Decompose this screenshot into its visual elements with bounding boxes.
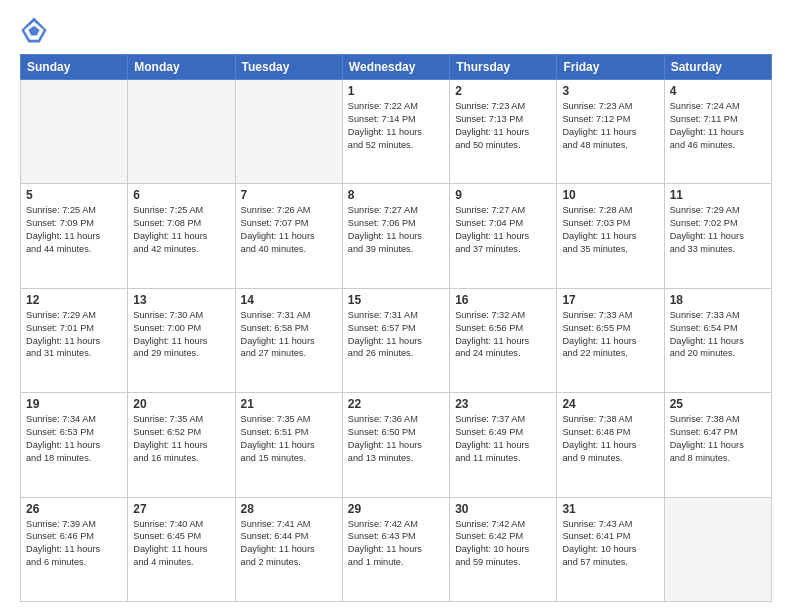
weekday-header-wednesday: Wednesday xyxy=(342,55,449,80)
day-info: Sunrise: 7:25 AM Sunset: 7:09 PM Dayligh… xyxy=(26,204,122,256)
calendar-week-1: 1Sunrise: 7:22 AM Sunset: 7:14 PM Daylig… xyxy=(21,80,772,184)
day-number: 4 xyxy=(670,84,766,98)
day-info: Sunrise: 7:26 AM Sunset: 7:07 PM Dayligh… xyxy=(241,204,337,256)
calendar-cell: 18Sunrise: 7:33 AM Sunset: 6:54 PM Dayli… xyxy=(664,288,771,392)
calendar-cell: 3Sunrise: 7:23 AM Sunset: 7:12 PM Daylig… xyxy=(557,80,664,184)
day-number: 25 xyxy=(670,397,766,411)
page: SundayMondayTuesdayWednesdayThursdayFrid… xyxy=(0,0,792,612)
calendar-cell: 4Sunrise: 7:24 AM Sunset: 7:11 PM Daylig… xyxy=(664,80,771,184)
calendar-cell: 24Sunrise: 7:38 AM Sunset: 6:48 PM Dayli… xyxy=(557,393,664,497)
day-number: 14 xyxy=(241,293,337,307)
day-number: 26 xyxy=(26,502,122,516)
calendar-cell xyxy=(21,80,128,184)
day-info: Sunrise: 7:25 AM Sunset: 7:08 PM Dayligh… xyxy=(133,204,229,256)
day-number: 9 xyxy=(455,188,551,202)
day-number: 16 xyxy=(455,293,551,307)
day-number: 3 xyxy=(562,84,658,98)
day-number: 27 xyxy=(133,502,229,516)
day-info: Sunrise: 7:31 AM Sunset: 6:58 PM Dayligh… xyxy=(241,309,337,361)
calendar-cell: 12Sunrise: 7:29 AM Sunset: 7:01 PM Dayli… xyxy=(21,288,128,392)
day-info: Sunrise: 7:28 AM Sunset: 7:03 PM Dayligh… xyxy=(562,204,658,256)
day-number: 17 xyxy=(562,293,658,307)
day-info: Sunrise: 7:35 AM Sunset: 6:51 PM Dayligh… xyxy=(241,413,337,465)
logo-icon xyxy=(20,16,48,44)
day-number: 20 xyxy=(133,397,229,411)
calendar-cell: 20Sunrise: 7:35 AM Sunset: 6:52 PM Dayli… xyxy=(128,393,235,497)
day-number: 19 xyxy=(26,397,122,411)
day-info: Sunrise: 7:41 AM Sunset: 6:44 PM Dayligh… xyxy=(241,518,337,570)
calendar-cell: 1Sunrise: 7:22 AM Sunset: 7:14 PM Daylig… xyxy=(342,80,449,184)
day-number: 11 xyxy=(670,188,766,202)
day-info: Sunrise: 7:39 AM Sunset: 6:46 PM Dayligh… xyxy=(26,518,122,570)
calendar-cell: 6Sunrise: 7:25 AM Sunset: 7:08 PM Daylig… xyxy=(128,184,235,288)
day-number: 23 xyxy=(455,397,551,411)
day-number: 21 xyxy=(241,397,337,411)
day-number: 29 xyxy=(348,502,444,516)
calendar-week-3: 12Sunrise: 7:29 AM Sunset: 7:01 PM Dayli… xyxy=(21,288,772,392)
weekday-header-tuesday: Tuesday xyxy=(235,55,342,80)
weekday-header-monday: Monday xyxy=(128,55,235,80)
calendar-table: SundayMondayTuesdayWednesdayThursdayFrid… xyxy=(20,54,772,602)
calendar-cell: 19Sunrise: 7:34 AM Sunset: 6:53 PM Dayli… xyxy=(21,393,128,497)
day-info: Sunrise: 7:34 AM Sunset: 6:53 PM Dayligh… xyxy=(26,413,122,465)
day-number: 2 xyxy=(455,84,551,98)
day-number: 22 xyxy=(348,397,444,411)
calendar-cell: 5Sunrise: 7:25 AM Sunset: 7:09 PM Daylig… xyxy=(21,184,128,288)
day-number: 30 xyxy=(455,502,551,516)
calendar-cell: 7Sunrise: 7:26 AM Sunset: 7:07 PM Daylig… xyxy=(235,184,342,288)
day-info: Sunrise: 7:24 AM Sunset: 7:11 PM Dayligh… xyxy=(670,100,766,152)
day-info: Sunrise: 7:32 AM Sunset: 6:56 PM Dayligh… xyxy=(455,309,551,361)
calendar-cell: 11Sunrise: 7:29 AM Sunset: 7:02 PM Dayli… xyxy=(664,184,771,288)
calendar-cell: 9Sunrise: 7:27 AM Sunset: 7:04 PM Daylig… xyxy=(450,184,557,288)
day-info: Sunrise: 7:35 AM Sunset: 6:52 PM Dayligh… xyxy=(133,413,229,465)
calendar-cell: 30Sunrise: 7:42 AM Sunset: 6:42 PM Dayli… xyxy=(450,497,557,601)
weekday-header-row: SundayMondayTuesdayWednesdayThursdayFrid… xyxy=(21,55,772,80)
day-info: Sunrise: 7:30 AM Sunset: 7:00 PM Dayligh… xyxy=(133,309,229,361)
calendar-cell xyxy=(664,497,771,601)
calendar-cell: 17Sunrise: 7:33 AM Sunset: 6:55 PM Dayli… xyxy=(557,288,664,392)
day-info: Sunrise: 7:38 AM Sunset: 6:47 PM Dayligh… xyxy=(670,413,766,465)
day-number: 28 xyxy=(241,502,337,516)
day-number: 7 xyxy=(241,188,337,202)
calendar-cell: 23Sunrise: 7:37 AM Sunset: 6:49 PM Dayli… xyxy=(450,393,557,497)
day-number: 1 xyxy=(348,84,444,98)
day-number: 13 xyxy=(133,293,229,307)
calendar-cell: 15Sunrise: 7:31 AM Sunset: 6:57 PM Dayli… xyxy=(342,288,449,392)
day-number: 12 xyxy=(26,293,122,307)
weekday-header-friday: Friday xyxy=(557,55,664,80)
day-info: Sunrise: 7:38 AM Sunset: 6:48 PM Dayligh… xyxy=(562,413,658,465)
calendar-cell: 29Sunrise: 7:42 AM Sunset: 6:43 PM Dayli… xyxy=(342,497,449,601)
calendar-cell: 31Sunrise: 7:43 AM Sunset: 6:41 PM Dayli… xyxy=(557,497,664,601)
day-number: 31 xyxy=(562,502,658,516)
day-number: 8 xyxy=(348,188,444,202)
day-info: Sunrise: 7:23 AM Sunset: 7:12 PM Dayligh… xyxy=(562,100,658,152)
calendar-cell: 26Sunrise: 7:39 AM Sunset: 6:46 PM Dayli… xyxy=(21,497,128,601)
day-info: Sunrise: 7:36 AM Sunset: 6:50 PM Dayligh… xyxy=(348,413,444,465)
day-info: Sunrise: 7:23 AM Sunset: 7:13 PM Dayligh… xyxy=(455,100,551,152)
calendar-cell: 2Sunrise: 7:23 AM Sunset: 7:13 PM Daylig… xyxy=(450,80,557,184)
header xyxy=(20,16,772,44)
day-info: Sunrise: 7:42 AM Sunset: 6:43 PM Dayligh… xyxy=(348,518,444,570)
calendar-cell: 16Sunrise: 7:32 AM Sunset: 6:56 PM Dayli… xyxy=(450,288,557,392)
calendar-cell: 28Sunrise: 7:41 AM Sunset: 6:44 PM Dayli… xyxy=(235,497,342,601)
day-info: Sunrise: 7:40 AM Sunset: 6:45 PM Dayligh… xyxy=(133,518,229,570)
day-info: Sunrise: 7:27 AM Sunset: 7:06 PM Dayligh… xyxy=(348,204,444,256)
weekday-header-sunday: Sunday xyxy=(21,55,128,80)
calendar-cell: 13Sunrise: 7:30 AM Sunset: 7:00 PM Dayli… xyxy=(128,288,235,392)
day-info: Sunrise: 7:29 AM Sunset: 7:02 PM Dayligh… xyxy=(670,204,766,256)
calendar-cell: 22Sunrise: 7:36 AM Sunset: 6:50 PM Dayli… xyxy=(342,393,449,497)
day-number: 24 xyxy=(562,397,658,411)
logo xyxy=(20,16,50,44)
day-info: Sunrise: 7:22 AM Sunset: 7:14 PM Dayligh… xyxy=(348,100,444,152)
calendar-cell: 10Sunrise: 7:28 AM Sunset: 7:03 PM Dayli… xyxy=(557,184,664,288)
calendar-cell: 14Sunrise: 7:31 AM Sunset: 6:58 PM Dayli… xyxy=(235,288,342,392)
calendar-cell: 25Sunrise: 7:38 AM Sunset: 6:47 PM Dayli… xyxy=(664,393,771,497)
day-info: Sunrise: 7:29 AM Sunset: 7:01 PM Dayligh… xyxy=(26,309,122,361)
calendar-cell xyxy=(235,80,342,184)
calendar-cell: 21Sunrise: 7:35 AM Sunset: 6:51 PM Dayli… xyxy=(235,393,342,497)
day-info: Sunrise: 7:33 AM Sunset: 6:54 PM Dayligh… xyxy=(670,309,766,361)
calendar-cell: 27Sunrise: 7:40 AM Sunset: 6:45 PM Dayli… xyxy=(128,497,235,601)
calendar-cell: 8Sunrise: 7:27 AM Sunset: 7:06 PM Daylig… xyxy=(342,184,449,288)
day-info: Sunrise: 7:37 AM Sunset: 6:49 PM Dayligh… xyxy=(455,413,551,465)
day-number: 5 xyxy=(26,188,122,202)
